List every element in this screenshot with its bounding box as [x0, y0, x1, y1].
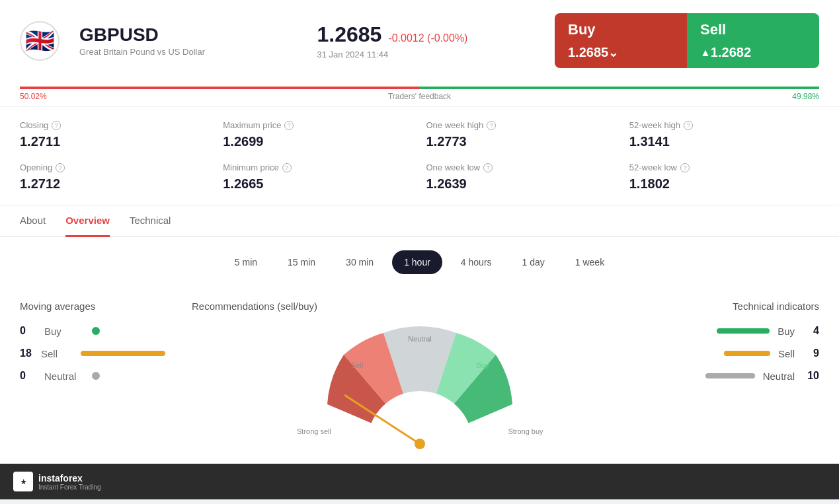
stat-max-value: 1.2699 — [223, 134, 413, 149]
stat-max-price: Maximum price ? 1.2699 — [223, 120, 413, 149]
gauge-container: Recommendations (sell/buy) — [179, 301, 660, 450]
stat-closing: Closing ? 1.2711 — [20, 120, 210, 149]
svg-point-2 — [415, 439, 425, 449]
time-selector: 5 min 15 min 30 min 1 hour 4 hours 1 day… — [0, 237, 839, 287]
traders-feedback-bar: 50.02% Traders' feedback 49.98% — [0, 81, 839, 107]
price-change: -0.0012 (-0.00%) — [388, 32, 467, 44]
time-btn-1day[interactable]: 1 day — [510, 250, 557, 274]
time-btn-5min[interactable]: 5 min — [223, 250, 269, 274]
ma-buy-row: 0 Buy — [20, 325, 165, 337]
stat-max-label: Maximum price ? — [223, 120, 413, 130]
footer-logo: ★ instaforex Instant Forex Trading — [13, 472, 101, 491]
buy-sell-container: Buy 1.2685 ⌄ Sell ▲ 1.2682 — [555, 13, 819, 68]
moving-averages-title: Moving averages — [20, 301, 165, 312]
time-btn-30min[interactable]: 30 min — [334, 250, 385, 274]
ti-buy-row: Buy 4 — [674, 325, 819, 337]
sell-price-area: ▲ 1.2682 — [687, 42, 764, 68]
tab-about[interactable]: About — [20, 205, 46, 237]
ma-sell-bar — [81, 351, 165, 356]
time-btn-4hours[interactable]: 4 hours — [449, 250, 504, 274]
current-price: 1.2685 — [317, 22, 382, 47]
time-btn-1week[interactable]: 1 week — [563, 250, 616, 274]
ma-buy-number: 0 — [20, 325, 36, 337]
sell-price: 1.2682 — [711, 45, 751, 60]
ti-neutral-number: 10 — [803, 370, 819, 382]
ma-buy-label: Buy — [44, 326, 84, 337]
ma-buy-dot — [92, 327, 100, 335]
buy-button[interactable]: Buy 1.2685 ⌄ — [555, 13, 687, 68]
time-btn-1hour[interactable]: 1 hour — [392, 250, 442, 274]
buy-price-area: 1.2685 ⌄ — [555, 42, 631, 68]
ti-buy-label: Buy — [778, 326, 795, 337]
buy-price: 1.2685 — [568, 45, 608, 60]
ti-sell-label: Sell — [778, 348, 795, 359]
stat-opening-label: Opening ? — [20, 162, 210, 172]
sell-label: Sell — [687, 13, 739, 42]
ti-buy-bar — [717, 328, 770, 334]
header: 🇬🇧 GBPUSD Great Britain Pound vs US Doll… — [0, 0, 839, 81]
recommendations-title: Recommendations (sell/buy) — [192, 301, 317, 312]
traders-feedback-label: Traders' feedback — [388, 92, 451, 101]
bar-track — [20, 87, 819, 89]
sell-bar — [420, 87, 819, 89]
ti-buy-number: 4 — [803, 325, 819, 337]
week-high-info-icon[interactable]: ? — [487, 121, 496, 130]
technical-section: Moving averages 0 Buy 18 Sell 0 Neutral … — [0, 287, 839, 464]
ti-sell-row: Sell 9 — [674, 347, 819, 359]
stat-52week-high: 52-week high ? 1.3141 — [629, 120, 819, 149]
min-info-icon[interactable]: ? — [282, 163, 292, 172]
buy-label: Buy — [555, 13, 609, 42]
svg-text:Buy: Buy — [476, 361, 489, 369]
footer-brand-container: instaforex Instant Forex Trading — [38, 473, 101, 491]
stat-52week-low-label: 52-week low ? — [629, 162, 819, 172]
svg-text:Strong buy: Strong buy — [508, 427, 543, 435]
stat-52week-high-label: 52-week high ? — [629, 120, 819, 130]
ma-neutral-label: Neutral — [44, 371, 84, 382]
tabs-container: About Overview Technical — [0, 205, 839, 237]
ma-sell-label: Sell — [41, 348, 73, 359]
closing-info-icon[interactable]: ? — [52, 121, 61, 130]
tab-overview[interactable]: Overview — [65, 205, 110, 237]
buy-bar — [20, 87, 420, 89]
currency-description: Great Britain Pound vs US Dollar — [79, 47, 298, 57]
svg-text:Strong sell: Strong sell — [297, 427, 331, 435]
52week-low-info-icon[interactable]: ? — [680, 163, 690, 172]
stat-week-high-value: 1.2773 — [426, 134, 616, 149]
traders-bar-labels: 50.02% Traders' feedback 49.98% — [20, 92, 819, 101]
week-low-info-icon[interactable]: ? — [483, 163, 493, 172]
footer: ★ instaforex Instant Forex Trading — [0, 464, 839, 499]
currency-pair: GBPUSD — [79, 24, 298, 46]
opening-info-icon[interactable]: ? — [56, 163, 65, 172]
footer-tagline: Instant Forex Trading — [38, 484, 101, 491]
stat-opening: Opening ? 1.2712 — [20, 162, 210, 192]
stat-min-value: 1.2665 — [223, 176, 413, 192]
svg-text:Sell: Sell — [350, 361, 362, 369]
stat-min-price: Minimum price ? 1.2665 — [223, 162, 413, 192]
ti-sell-number: 9 — [803, 347, 819, 359]
stat-week-high-label: One week high ? — [426, 120, 616, 130]
flag-emoji: 🇬🇧 — [25, 27, 55, 55]
stat-week-low: One week low ? 1.2639 — [426, 162, 616, 192]
stat-52week-low-value: 1.1802 — [629, 176, 819, 192]
technical-indicators-title: Technical indicators — [674, 301, 819, 312]
sell-button[interactable]: Sell ▲ 1.2682 — [687, 13, 819, 68]
stat-opening-value: 1.2712 — [20, 176, 210, 192]
stat-closing-label: Closing ? — [20, 120, 210, 130]
ma-neutral-number: 0 — [20, 370, 36, 382]
stat-min-label: Minimum price ? — [223, 162, 413, 172]
52week-high-info-icon[interactable]: ? — [684, 121, 693, 130]
ti-sell-bar — [724, 351, 770, 356]
footer-brand: instaforex — [38, 473, 101, 484]
time-btn-15min[interactable]: 15 min — [276, 250, 327, 274]
tab-technical[interactable]: Technical — [130, 205, 171, 237]
gauge-svg: Strong sell Sell Neutral Buy Strong buy — [294, 318, 545, 464]
stats-grid: Closing ? 1.2711 Maximum price ? 1.2699 … — [0, 107, 839, 205]
ti-neutral-bar — [705, 373, 755, 378]
ma-neutral-dot — [92, 372, 100, 380]
ma-neutral-row: 0 Neutral — [20, 370, 165, 382]
logo-icon: ★ — [13, 472, 33, 491]
stat-week-low-value: 1.2639 — [426, 176, 616, 192]
max-info-icon[interactable]: ? — [284, 121, 294, 130]
stat-week-high: One week high ? 1.2773 — [426, 120, 616, 149]
up-arrow-icon: ▲ — [700, 47, 711, 59]
